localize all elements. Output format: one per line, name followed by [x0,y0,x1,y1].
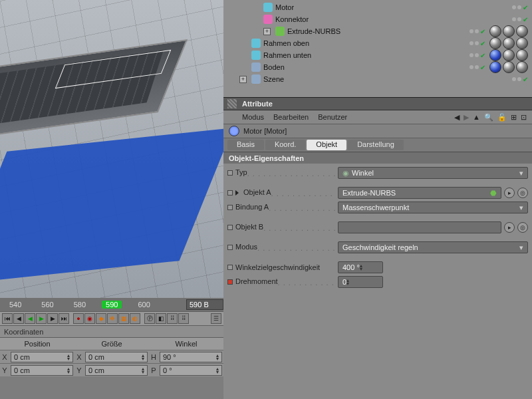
tree-item[interactable]: Boden✔ [239,61,532,73]
frame-field[interactable]: 590 B [186,299,223,310]
tab-objekt[interactable]: Objekt [307,140,346,150]
tree-item[interactable]: Motor✔ [239,1,532,13]
new-icon[interactable]: ⊞ [511,113,517,122]
visibility-dots[interactable]: ✔ [469,49,532,61]
key-rot-button[interactable]: ◐ [130,313,140,324]
nav-fwd-icon[interactable]: ▶ [464,113,469,122]
object-tree[interactable]: Motor✔Konnektor✔+Extrude-NURBS✔Rahmen ob… [223,0,532,97]
size-y-field[interactable]: 0 cm▴▾ [85,365,148,376]
properties-section-header: Objekt-Eigenschaften [223,152,532,164]
object-icon [251,74,261,84]
angle-h-field[interactable]: 90 °▴▾ [160,352,222,362]
size-x-field[interactable]: 0 cm▴▾ [85,352,148,362]
pick-a-button[interactable]: ▸ [504,188,515,198]
winkelziel-field[interactable]: 400 °▴▾ [338,261,383,273]
tree-label: Rahmen oben [263,39,309,47]
target-a-button[interactable]: ◎ [517,188,528,198]
autokey-button[interactable]: ◉ [84,313,95,324]
tree-item[interactable]: Rahmen unten✔ [239,49,532,61]
record-button[interactable]: ● [73,313,84,324]
key-menu-button[interactable]: ☰ [211,313,221,324]
expand-icon[interactable] [235,190,239,196]
key-pos-button[interactable]: ◆ [96,313,106,324]
visibility-dots[interactable]: ✔ [512,76,532,83]
properties-panel: Typ ◉Winkel▾ Objekt A Extrude-NURBS⬣ ▸ ◎… [223,164,532,399]
tree-item[interactable]: +Extrude-NURBS✔ [239,25,532,37]
typ-dropdown[interactable]: ◉Winkel▾ [338,167,528,179]
anim-checkbox[interactable] [227,205,233,210]
pos-x-field[interactable]: 0 cm▴▾ [11,352,73,362]
material-tags[interactable] [487,37,528,49]
pick-b-button[interactable]: ▸ [504,222,515,233]
menu-benutzer[interactable]: Benutzer [318,113,347,121]
key-param-button[interactable]: Ⓟ [144,313,155,324]
key-opts-button[interactable]: ⠿ [167,313,178,324]
tree-item[interactable]: Konnektor✔ [239,13,532,25]
axis-label: P [149,366,158,374]
visibility-dots[interactable]: ✔ [512,16,532,23]
tree-label: Szene [263,75,284,83]
object-icon [251,63,261,72]
anim-checkbox[interactable] [227,190,233,196]
tree-item[interactable]: +Szene✔ [239,73,532,85]
target-b-button[interactable]: ◎ [517,222,528,233]
visibility-dots[interactable]: ✔ [469,25,532,37]
objekt-b-field[interactable] [338,221,501,233]
menu-modus[interactable]: Modus [242,113,264,121]
timeline-current[interactable]: 590 [102,301,122,309]
goto-end-button[interactable]: ⏭ [59,313,69,324]
anim-checkbox[interactable] [227,225,233,230]
timeline-tick: 580 [70,301,90,309]
anim-checkbox-keyed[interactable] [227,279,233,285]
nav-up-icon[interactable]: ▲ [473,113,480,121]
timeline-ruler[interactable]: 540 560 580 590 600 590 B [0,298,223,311]
visibility-dots[interactable]: ✔ [469,61,532,73]
pos-y-field[interactable]: 0 cm▴▾ [11,365,73,376]
material-tags[interactable] [487,49,528,61]
attribute-tabs: Basis Koord. Objekt Darstellung [223,138,532,152]
anim-checkbox[interactable] [227,170,233,176]
coordinates-headers: Position Größe Winkel [0,338,223,350]
col-position: Position [0,338,74,350]
visibility-dots[interactable]: ✔ [512,4,532,11]
tab-koord[interactable]: Koord. [265,140,305,150]
goto-start-button[interactable]: ⏮ [2,313,13,324]
object-icon [263,3,273,12]
step-back-button[interactable]: ◀ [13,313,24,324]
visibility-dots[interactable]: ✔ [469,37,532,49]
object-icon [263,15,273,24]
grip-icon[interactable] [227,99,237,108]
tree-item[interactable]: Rahmen oben✔ [239,37,532,49]
search-icon[interactable]: 🔍 [484,113,493,122]
tree-label: Motor [275,3,294,11]
bindung-a-dropdown[interactable]: Massenschwerpunkt▾ [338,201,528,213]
anim-checkbox[interactable] [227,245,233,250]
object-icon [251,51,261,60]
play-button[interactable]: ▶ [36,313,47,324]
drehmoment-field[interactable]: 0▴▾ [338,276,383,288]
material-tags[interactable] [487,61,528,73]
expand-icon[interactable]: + [263,28,271,35]
key-scale-button[interactable]: ▦ [118,313,129,324]
step-fwd-button[interactable]: ▶ [47,313,58,324]
angle-p-field[interactable]: 0 °▴▾ [160,365,222,376]
expand-icon[interactable]: + [239,76,247,83]
objekt-a-field[interactable]: Extrude-NURBS⬣ [338,187,501,199]
modus-dropdown[interactable]: Geschwindigkeit regeln▾ [338,241,528,253]
prop-label: Typ [235,168,247,176]
tab-darstellung[interactable]: Darstellung [348,140,404,150]
nav-back-icon[interactable]: ◀ [454,113,460,122]
key-opts2-button[interactable]: ⠿ [178,313,189,324]
key-move-button[interactable]: ✥ [107,313,118,324]
object-icon [251,39,261,48]
key-pla-button[interactable]: ◧ [156,313,166,324]
lock-icon[interactable]: 🔓 [497,113,507,122]
tree-label: Boden [263,63,285,71]
menu-bearbeiten[interactable]: Bearbeiten [273,113,309,121]
anim-checkbox[interactable] [227,265,233,270]
material-tags[interactable] [487,25,528,37]
viewport[interactable] [0,0,223,298]
play-back-button[interactable]: ◀ [25,313,35,324]
dock-icon[interactable]: ⊡ [521,113,527,122]
tab-basis[interactable]: Basis [227,140,264,150]
